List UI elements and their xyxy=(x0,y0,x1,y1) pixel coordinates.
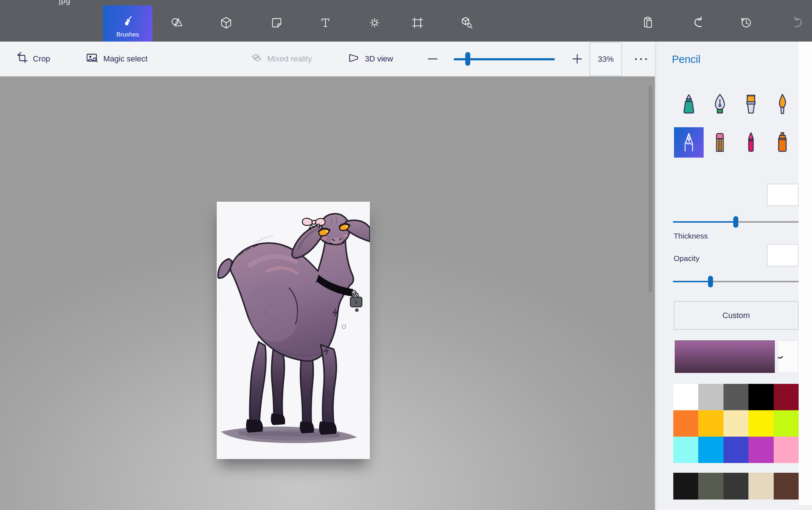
color-swatch[interactable] xyxy=(724,410,748,437)
3d-shapes-icon[interactable] xyxy=(217,14,235,31)
3d-view-label: 3D view xyxy=(365,54,393,64)
zoom-value: 33% xyxy=(598,55,614,64)
custom-color-button[interactable]: Custom xyxy=(674,301,799,330)
paint3d-window: jpg Brushes xyxy=(0,0,812,510)
current-color-swatch[interactable] xyxy=(675,340,775,373)
color-swatch[interactable] xyxy=(698,437,723,463)
history-icon[interactable] xyxy=(738,14,755,31)
color-palette xyxy=(673,384,799,463)
zoom-slider-thumb[interactable] xyxy=(465,52,470,66)
opacity-slider[interactable] xyxy=(673,281,799,282)
text-icon[interactable] xyxy=(317,14,334,31)
tab-brushes-label: Brushes xyxy=(116,31,139,38)
color-swatch[interactable] xyxy=(698,473,723,500)
color-swatch[interactable] xyxy=(774,437,799,463)
top-toolbar: jpg Brushes xyxy=(0,0,812,42)
mixed-reality-icon xyxy=(250,52,262,66)
side-panel: Pencil xyxy=(656,42,799,510)
color-swatch[interactable] xyxy=(698,384,723,410)
tool-marker[interactable] xyxy=(674,89,704,119)
tool-spray-can[interactable] xyxy=(768,127,797,158)
magic-select-label: Magic select xyxy=(103,54,147,64)
color-swatch[interactable] xyxy=(748,410,773,437)
mixed-reality-button[interactable]: Mixed reality xyxy=(250,42,312,76)
thickness-slider-thumb[interactable] xyxy=(733,216,738,228)
redo-icon[interactable] xyxy=(789,14,807,31)
panel-scrollbar-track[interactable] xyxy=(799,42,812,505)
window-title-fragment: jpg xyxy=(59,0,70,5)
brush-icon xyxy=(121,14,134,30)
thickness-label: Thickness xyxy=(674,232,708,240)
crop-button[interactable]: Crop xyxy=(16,42,50,76)
thickness-input[interactable] xyxy=(767,184,799,206)
opacity-label: Opacity xyxy=(674,254,699,263)
eyedropper-button[interactable] xyxy=(778,340,799,373)
canvas-scrollbar-thumb[interactable] xyxy=(648,86,652,293)
3d-view-icon xyxy=(348,52,360,66)
color-swatch[interactable] xyxy=(748,384,773,410)
tab-brushes[interactable]: Brushes xyxy=(103,5,152,42)
color-swatch[interactable] xyxy=(673,410,698,437)
color-swatch[interactable] xyxy=(774,384,799,410)
color-swatch[interactable] xyxy=(724,473,748,500)
tool-eraser[interactable] xyxy=(705,127,735,158)
thickness-slider[interactable] xyxy=(673,221,799,223)
color-swatch[interactable] xyxy=(698,410,723,437)
color-swatch[interactable] xyxy=(774,473,799,500)
panel-scrollbar-corner xyxy=(799,505,812,510)
magic-select-icon xyxy=(86,52,98,66)
3d-library-icon[interactable] xyxy=(458,14,475,31)
tool-watercolor[interactable] xyxy=(768,89,797,119)
color-swatch[interactable] xyxy=(748,473,773,500)
tool-calligraphy-pen[interactable] xyxy=(705,89,735,119)
color-swatch[interactable] xyxy=(673,473,698,500)
zoom-value-box[interactable]: 33% xyxy=(589,42,622,76)
crop-icon xyxy=(16,52,28,66)
eyedropper-icon xyxy=(778,341,785,373)
mixed-reality-label: Mixed reality xyxy=(267,54,312,64)
2d-shapes-icon[interactable] xyxy=(168,14,186,31)
undo-icon[interactable] xyxy=(690,14,707,31)
color-swatch[interactable] xyxy=(673,437,698,463)
stickers-icon[interactable] xyxy=(268,14,285,31)
sub-toolbar: Crop Magic select Mixed r xyxy=(0,42,655,77)
color-swatch[interactable] xyxy=(724,384,748,410)
more-options-button[interactable] xyxy=(630,42,652,76)
tool-oil-brush[interactable] xyxy=(736,89,766,119)
3d-view-button[interactable]: 3D view xyxy=(348,42,393,76)
tool-crayon[interactable] xyxy=(736,127,766,158)
color-swatch[interactable] xyxy=(673,384,698,410)
canvas-icon[interactable] xyxy=(409,14,426,31)
zoom-out-button[interactable] xyxy=(427,42,438,76)
effects-icon[interactable] xyxy=(366,14,383,31)
opacity-input[interactable] xyxy=(767,244,799,266)
color-swatch[interactable] xyxy=(748,437,773,463)
zoom-slider[interactable] xyxy=(454,58,555,60)
color-swatch[interactable] xyxy=(774,410,799,437)
color-swatch[interactable] xyxy=(724,437,748,463)
panel-title: Pencil xyxy=(672,53,700,65)
magic-select-button[interactable]: Magic select xyxy=(86,42,147,76)
opacity-slider-thumb[interactable] xyxy=(708,276,713,287)
recent-colors xyxy=(673,473,799,500)
canvas-artwork[interactable] xyxy=(217,202,370,459)
tool-pencil[interactable] xyxy=(674,127,704,158)
canvas-area[interactable] xyxy=(0,77,655,510)
zoom-in-button[interactable] xyxy=(572,42,583,76)
paste-icon[interactable] xyxy=(639,14,656,31)
crop-label: Crop xyxy=(33,54,50,64)
